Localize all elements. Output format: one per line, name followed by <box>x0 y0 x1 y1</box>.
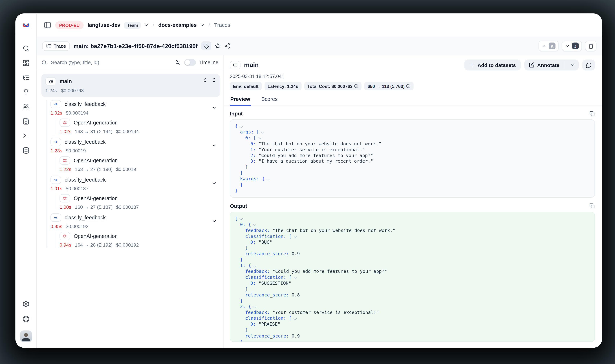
tree-item-row: classify_feedback <box>51 138 210 146</box>
tree-item-span[interactable]: classify_feedback1.23s$0.00019 <box>51 138 220 154</box>
meta-badge-label: Env: default <box>233 84 258 89</box>
shortcut-j-key: J <box>572 42 579 49</box>
tree-item-generation[interactable]: OpenAI-generation1.22s163 → 27 (Σ 190)$0… <box>59 156 220 172</box>
models-icon[interactable] <box>20 145 31 156</box>
collapse-all-icon[interactable] <box>211 78 216 83</box>
collapse-chevron-icon[interactable] <box>212 105 217 110</box>
tab-scores[interactable]: Scores <box>261 94 278 105</box>
json-line: ] <box>235 170 590 176</box>
trace-header: Trace main: ba27e7b1-e23e-4f50-87de-420c… <box>37 37 602 55</box>
collapse-caret-icon[interactable] <box>267 177 270 180</box>
tree-item-generation[interactable]: OpenAI-generation0.94s164 → 28 (Σ 192)$0… <box>59 232 220 248</box>
org-name[interactable]: langfuse-dev <box>88 22 121 28</box>
cost-value: $0.000192 <box>66 224 89 229</box>
tree-item-name: OpenAI-generation <box>74 120 118 126</box>
collapse-caret-icon[interactable] <box>240 217 243 220</box>
info-icon[interactable] <box>354 84 358 88</box>
datasets-icon[interactable] <box>20 116 31 126</box>
user-avatar[interactable] <box>20 330 32 342</box>
tree-item-name: classify_feedback <box>65 177 106 183</box>
org-type-badge[interactable]: Team <box>124 21 141 28</box>
collapse-chevron-icon[interactable] <box>212 143 217 148</box>
json-key: 2: <box>240 304 248 310</box>
support-lifebuoy-icon[interactable] <box>20 314 31 324</box>
json-key: kwargs: <box>240 176 262 182</box>
next-trace-button[interactable]: J <box>562 40 582 51</box>
collapse-chevron-icon[interactable] <box>212 181 217 186</box>
trace-type-badge: Trace <box>42 41 70 51</box>
collapse-caret-icon[interactable] <box>253 223 256 226</box>
prompts-icon[interactable] <box>20 87 31 97</box>
meta-badge: Latency: 1.24s <box>264 82 301 90</box>
project-name[interactable]: docs-examples <box>158 22 197 28</box>
cost-value: $0.000187 <box>116 204 139 210</box>
expand-all-icon[interactable] <box>203 78 208 83</box>
collapse-caret-icon[interactable] <box>294 234 297 238</box>
panel-toggle-icon[interactable] <box>44 21 51 29</box>
tree-subtree: OpenAI-generation0.94s164 → 28 (Σ 192)$0… <box>55 232 220 248</box>
collapse-caret-icon[interactable] <box>253 305 256 308</box>
delete-trace-button[interactable] <box>585 40 596 51</box>
json-string: "Your customer service is exceptional!" <box>273 310 379 315</box>
collapse-caret-icon[interactable] <box>294 317 297 320</box>
collapse-caret-icon[interactable] <box>258 136 261 139</box>
json-bracket: [ <box>289 234 292 239</box>
cost-value: $0.000192 <box>116 242 139 248</box>
comments-button[interactable] <box>582 59 595 70</box>
tree-item-row: OpenAI-generation <box>59 118 210 127</box>
collapse-caret-icon[interactable] <box>294 275 297 279</box>
share-icon[interactable] <box>224 43 230 49</box>
json-bracket: [ <box>256 129 259 135</box>
dashboard-icon[interactable] <box>20 58 31 68</box>
breadcrumb-page[interactable]: Traces <box>214 22 230 28</box>
settings-gear-icon[interactable] <box>20 299 31 309</box>
project-chevron-down-icon[interactable] <box>200 23 205 27</box>
annotate-button[interactable]: Annotate <box>524 59 579 70</box>
copy-output-icon[interactable] <box>589 203 595 209</box>
tree-item-generation[interactable]: OpenAI-generation1.00s160 → 27 (Σ 187)$0… <box>59 194 220 210</box>
tree-item-generation[interactable]: OpenAI-generation1.02s163 → 31 (Σ 194)$0… <box>59 118 220 134</box>
collapse-caret-icon[interactable] <box>240 124 243 128</box>
org-chevron-down-icon[interactable] <box>144 23 149 27</box>
tree-item-root[interactable]: main 1.24s $0.000763 <box>41 74 220 97</box>
users-icon[interactable] <box>20 102 31 112</box>
tree-item-span[interactable]: classify_feedback1.01s$0.000187 <box>51 176 220 191</box>
add-to-datasets-button[interactable]: Add to datasets <box>465 59 521 70</box>
tag-icon[interactable] <box>201 41 211 51</box>
timeline-toggle[interactable] <box>184 59 196 66</box>
prev-trace-button[interactable]: K <box>539 40 559 51</box>
json-line: 1: { <box>235 263 590 269</box>
observation-tree-panel: Timeline main 1.24s $0.000763 <box>37 55 223 348</box>
annotate-chevron-down-icon[interactable] <box>567 59 579 70</box>
search-icon[interactable] <box>20 43 31 54</box>
tree-search-input[interactable] <box>50 59 172 66</box>
playground-icon[interactable] <box>20 131 31 141</box>
json-bracket: { <box>248 222 251 227</box>
info-icon[interactable] <box>406 84 410 88</box>
tree-group: classify_feedback1.02s$0.000194OpenAI-ge… <box>51 100 220 134</box>
openai-generation-icon <box>59 118 70 127</box>
json-bracket: [ <box>289 315 292 321</box>
json-string: "Could you add more features to your app… <box>259 153 373 158</box>
filter-sliders-icon[interactable] <box>175 59 181 65</box>
json-bracket: { <box>235 123 238 129</box>
json-line: 0: "BUG" <box>235 239 590 245</box>
duration-value: 1.00s <box>59 204 71 210</box>
tree-item-span[interactable]: classify_feedback1.02s$0.000194 <box>51 100 220 116</box>
collapse-chevron-icon[interactable] <box>212 219 217 224</box>
collapse-caret-icon[interactable] <box>261 130 264 133</box>
tracing-icon[interactable] <box>20 72 31 83</box>
tab-preview[interactable]: Preview <box>230 94 251 106</box>
trace-title: main: ba27e7b1-e23e-4f50-87de-420cf03819… <box>73 43 197 49</box>
json-line: kwargs: { <box>235 176 590 182</box>
copy-input-icon[interactable] <box>589 111 595 117</box>
langfuse-logo[interactable] <box>15 13 36 37</box>
collapse-caret-icon[interactable] <box>253 264 256 267</box>
json-key: classification: <box>245 234 289 239</box>
json-string: "I have a question about my recent order… <box>259 158 373 164</box>
meta-badge: 650 → 113 (Σ 763) <box>364 82 414 90</box>
tree-subtree: OpenAI-generation1.02s163 → 31 (Σ 194)$0… <box>55 118 220 134</box>
star-icon[interactable] <box>215 43 221 49</box>
tree-item-span[interactable]: classify_feedback0.95s$0.000192 <box>51 213 220 229</box>
token-usage: 160 → 27 (Σ 187) <box>75 204 112 210</box>
